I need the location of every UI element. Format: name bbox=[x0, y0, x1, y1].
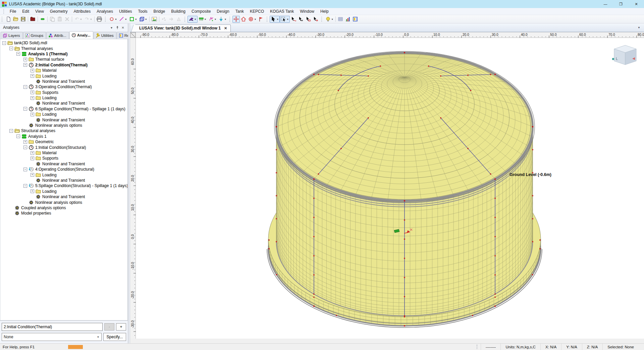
loadcase-decrement-button[interactable]: - bbox=[104, 323, 114, 331]
expand-toggle[interactable]: + bbox=[31, 96, 34, 100]
results-dropdown[interactable]: None ▼ bbox=[2, 333, 102, 341]
menu-bridge[interactable]: Bridge bbox=[151, 8, 168, 14]
collapse-toggle[interactable]: − bbox=[9, 129, 13, 133]
expand-toggle[interactable]: + bbox=[31, 69, 34, 72]
dynamic-rotate-button[interactable] bbox=[232, 16, 240, 23]
tree-item[interactable]: −Thermal analyses bbox=[0, 46, 127, 51]
line-style-button[interactable] bbox=[39, 16, 46, 23]
tree-item[interactable]: Coupled analysis options bbox=[0, 205, 127, 211]
tree-item[interactable]: −1:Initial Condition(Structural) bbox=[0, 144, 127, 150]
tree-item[interactable]: Nonlinear analysis options bbox=[0, 123, 127, 128]
tree-item[interactable]: −6:Spillage Condition(Thermal) - Spillag… bbox=[0, 106, 127, 112]
tree-item[interactable]: +Geometric bbox=[0, 139, 127, 144]
graph-wizard-button[interactable] bbox=[344, 16, 352, 23]
volume-button[interactable]: ▼ bbox=[138, 16, 148, 23]
menu-file[interactable]: File bbox=[7, 8, 19, 14]
tree-item[interactable]: +Material bbox=[0, 68, 127, 73]
menu-attributes[interactable]: Attributes bbox=[71, 8, 94, 14]
tree-item[interactable]: −Analysis 1 bbox=[0, 134, 127, 139]
report-wizard-button[interactable] bbox=[352, 16, 359, 23]
expand-toggle[interactable]: + bbox=[31, 173, 34, 177]
model-canvas[interactable]: Ground Level (-0.6m)L bbox=[136, 38, 644, 339]
tree-item[interactable]: +Thermal surface bbox=[0, 57, 127, 62]
menu-edit[interactable]: Edit bbox=[19, 8, 32, 14]
close-button[interactable]: ✕ bbox=[629, 0, 644, 8]
tree-item[interactable]: −4:Operating Condition(Structural) bbox=[0, 167, 127, 172]
tree-item[interactable]: +Supports bbox=[0, 90, 127, 95]
tree-item[interactable]: −3:Operating Condition(Thermal) bbox=[0, 84, 127, 90]
rotate-view-button[interactable]: ▼ bbox=[247, 16, 257, 23]
panel-tab-attrib[interactable]: Attrib... bbox=[46, 32, 69, 39]
tree-item[interactable]: +Material bbox=[0, 150, 127, 156]
menu-help[interactable]: Help bbox=[317, 8, 332, 14]
line-button[interactable]: ▼ bbox=[118, 16, 128, 23]
tree-item[interactable]: +Loading bbox=[0, 189, 127, 194]
tree-item[interactable]: −tank(3D Solid).mdl bbox=[0, 40, 127, 46]
expand-toggle[interactable]: + bbox=[31, 189, 34, 193]
tree-item[interactable]: −5:Spillage Condition(Structural) - Spil… bbox=[0, 183, 127, 188]
collapse-toggle[interactable]: − bbox=[2, 41, 6, 45]
save-file-button[interactable] bbox=[19, 16, 27, 23]
tab-list-button[interactable]: ▼ bbox=[636, 25, 642, 30]
supports-button[interactable]: ▼ bbox=[198, 16, 208, 23]
menu-tank[interactable]: Tank bbox=[232, 8, 247, 14]
menu-kogas-tank[interactable]: KOGAS Tank bbox=[267, 8, 297, 14]
panel-tab-layers[interactable]: Layers bbox=[1, 32, 23, 39]
menu-analyses[interactable]: Analyses bbox=[94, 8, 116, 14]
print-button[interactable] bbox=[96, 16, 103, 23]
expand-toggle[interactable]: + bbox=[31, 91, 34, 94]
view-tab-close-icon[interactable]: ✕ bbox=[224, 26, 227, 31]
tree-item[interactable]: −Structural analyses bbox=[0, 128, 127, 133]
expand-toggle[interactable]: + bbox=[31, 113, 34, 116]
menu-geometry[interactable]: Geometry bbox=[47, 8, 71, 14]
tree-item[interactable]: +Loading bbox=[0, 73, 127, 78]
expand-toggle[interactable]: + bbox=[31, 157, 34, 160]
expand-toggle[interactable]: + bbox=[31, 151, 34, 155]
panel-tab-utilities[interactable]: Utilities bbox=[94, 32, 116, 39]
collapse-toggle[interactable]: − bbox=[23, 184, 27, 188]
tree-item[interactable]: Nonlinear and Transient bbox=[0, 117, 127, 122]
select-cursor-button[interactable]: ▼ bbox=[270, 16, 280, 23]
home-view-button[interactable] bbox=[240, 16, 247, 23]
menu-kepco[interactable]: KEPCO bbox=[247, 8, 267, 14]
loading-button[interactable]: ▼ bbox=[208, 16, 218, 23]
collapse-toggle[interactable]: − bbox=[16, 52, 20, 56]
contour-settings-button[interactable]: ▼ bbox=[324, 16, 334, 23]
deselect-cursor-button[interactable] bbox=[290, 16, 297, 23]
prescribed-load-button[interactable]: ▼ bbox=[217, 16, 227, 23]
mesh-button[interactable]: ▼ bbox=[187, 16, 198, 23]
expand-toggle[interactable]: + bbox=[23, 58, 27, 61]
collapse-toggle[interactable]: − bbox=[23, 145, 27, 149]
active-loadcase-input[interactable] bbox=[2, 323, 103, 331]
specify-button[interactable]: Specify... bbox=[103, 333, 126, 341]
tree-item[interactable]: Nonlinear and Transient bbox=[0, 161, 127, 167]
select-add-button[interactable] bbox=[312, 16, 319, 23]
tree-item[interactable]: Nonlinear and Transient bbox=[0, 101, 127, 106]
collapse-toggle[interactable]: − bbox=[23, 107, 27, 111]
tree-item[interactable]: +Loading bbox=[0, 95, 127, 101]
maximize-button[interactable]: ❐ bbox=[613, 0, 629, 8]
loadcase-increment-button[interactable]: + bbox=[116, 323, 126, 331]
collapse-toggle[interactable]: − bbox=[9, 47, 13, 50]
select-members-button[interactable] bbox=[297, 16, 305, 23]
open-file-button[interactable] bbox=[12, 16, 19, 23]
tree-item[interactable]: +Supports bbox=[0, 156, 127, 161]
point-button[interactable]: ▼ bbox=[108, 16, 118, 23]
panel-close-icon[interactable]: ✕ bbox=[120, 25, 126, 30]
tree-item[interactable]: +Loading bbox=[0, 112, 127, 117]
tree-item[interactable]: Nonlinear and Transient bbox=[0, 194, 127, 199]
tree-item[interactable]: Nonlinear and Transient bbox=[0, 79, 127, 84]
tree-item[interactable]: Model properties bbox=[0, 211, 127, 216]
tree-item[interactable]: −2:Initial Condition(Thermal) bbox=[0, 62, 127, 68]
resize-grip[interactable] bbox=[639, 344, 644, 350]
model-properties-button[interactable] bbox=[29, 16, 37, 23]
menu-utilities[interactable]: Utilities bbox=[116, 8, 135, 14]
collapse-toggle[interactable]: − bbox=[23, 168, 27, 171]
select-geometry-button[interactable] bbox=[305, 16, 312, 23]
tree-item[interactable]: Nonlinear analysis options bbox=[0, 199, 127, 205]
annotate-button[interactable] bbox=[257, 16, 265, 23]
select-box-button[interactable]: ▼ bbox=[280, 16, 290, 23]
menu-design[interactable]: Design bbox=[214, 8, 232, 14]
menu-view[interactable]: View bbox=[32, 8, 47, 14]
collapse-toggle[interactable]: − bbox=[16, 134, 20, 138]
